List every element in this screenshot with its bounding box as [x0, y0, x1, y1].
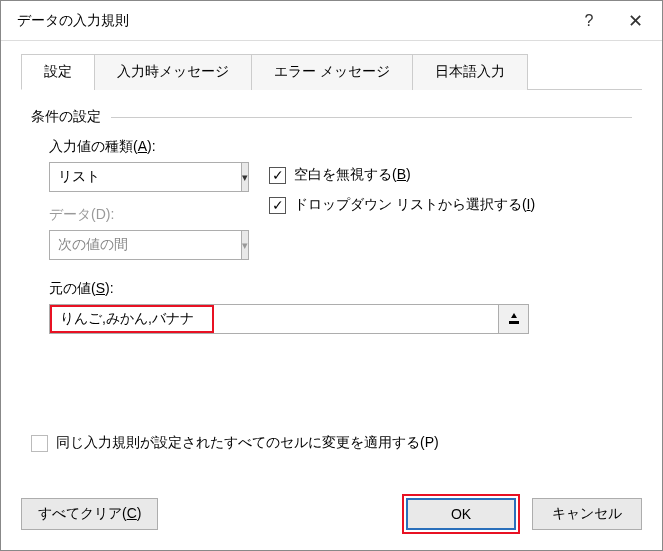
- collapse-dialog-icon: [507, 312, 521, 326]
- allow-label: 入力値の種類(A):: [49, 138, 249, 156]
- data-validation-dialog: データの入力規則 ? ✕ 設定 入力時メッセージ エラー メッセージ 日本語入力…: [0, 0, 663, 551]
- checkbox-icon: [31, 435, 48, 452]
- chevron-down-icon: ▾: [241, 230, 249, 260]
- tabpanel-settings: 条件の設定 入力値の種類(A): ▾ データ(D):: [21, 90, 642, 474]
- tab-strip: 設定 入力時メッセージ エラー メッセージ 日本語入力: [21, 53, 642, 90]
- clear-all-button[interactable]: すべてクリア(C): [21, 498, 158, 530]
- source-label: 元の値(S):: [49, 280, 632, 298]
- close-button[interactable]: ✕: [612, 3, 658, 39]
- tab-ime-mode[interactable]: 日本語入力: [412, 54, 528, 90]
- in-cell-dropdown-checkbox[interactable]: ドロップダウン リストから選択する(I): [269, 196, 632, 214]
- dialog-content: 設定 入力時メッセージ エラー メッセージ 日本語入力 条件の設定 入力値の種類…: [1, 41, 662, 484]
- data-input: [49, 230, 241, 260]
- checkbox-icon: [269, 197, 286, 214]
- tab-input-message[interactable]: 入力時メッセージ: [94, 54, 252, 90]
- source-input-extra[interactable]: [214, 305, 498, 333]
- apply-to-all-checkbox[interactable]: 同じ入力規則が設定されたすべてのセルに変更を適用する(P): [31, 434, 632, 452]
- dialog-footer: すべてクリア(C) OK キャンセル: [1, 484, 662, 550]
- criteria-label: 条件の設定: [31, 108, 101, 126]
- cancel-button[interactable]: キャンセル: [532, 498, 642, 530]
- allow-combobox[interactable]: ▾: [49, 162, 235, 192]
- help-button[interactable]: ?: [566, 3, 612, 39]
- tab-error-alert[interactable]: エラー メッセージ: [251, 54, 413, 90]
- data-combobox: ▾: [49, 230, 235, 260]
- allow-input[interactable]: [49, 162, 241, 192]
- criteria-fieldset-header: 条件の設定: [31, 108, 632, 126]
- ignore-blank-checkbox[interactable]: 空白を無視する(B): [269, 166, 632, 184]
- ok-highlight: OK: [402, 494, 520, 534]
- divider: [111, 117, 632, 118]
- chevron-down-icon[interactable]: ▾: [241, 162, 249, 192]
- svg-rect-0: [509, 321, 519, 324]
- source-input[interactable]: [52, 311, 212, 327]
- source-input-row: [49, 304, 529, 334]
- ok-button[interactable]: OK: [406, 498, 516, 530]
- checkbox-icon: [269, 167, 286, 184]
- apply-to-all-label: 同じ入力規則が設定されたすべてのセルに変更を適用する(P): [56, 434, 439, 452]
- dialog-title: データの入力規則: [17, 12, 566, 30]
- tab-settings[interactable]: 設定: [21, 54, 95, 90]
- data-label: データ(D):: [49, 206, 249, 224]
- titlebar: データの入力規則 ? ✕: [1, 1, 662, 41]
- range-picker-button[interactable]: [498, 305, 528, 333]
